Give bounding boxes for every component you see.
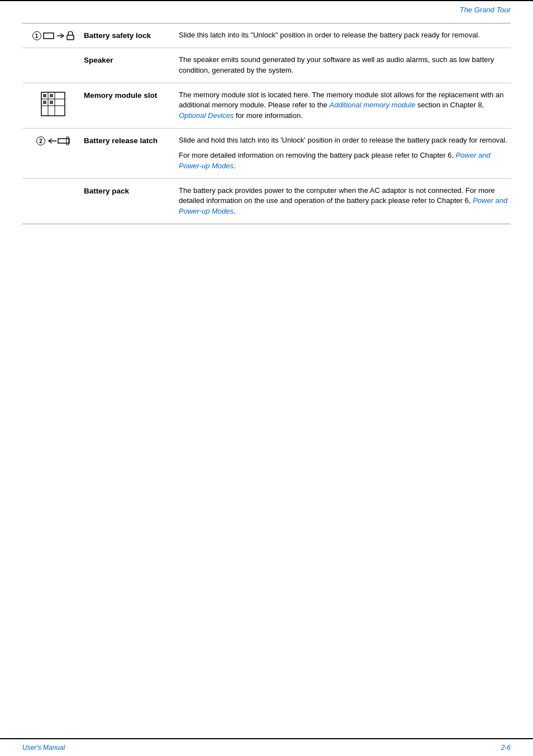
svg-rect-13: [58, 139, 69, 143]
battery-pack-icon-cell: [22, 186, 84, 187]
svg-rect-8: [43, 94, 46, 97]
battery-pack-desc: The battery pack provides power to the c…: [179, 186, 511, 218]
optional-devices-link[interactable]: Optional Devices: [179, 111, 234, 120]
battery-safety-lock-desc: Slide this latch into its "Unlock" posit…: [179, 30, 511, 41]
page-footer: User's Manual 2-6: [0, 738, 533, 756]
additional-memory-link[interactable]: Additional memory module: [330, 101, 416, 109]
memory-module-label: Memory module slot: [84, 90, 179, 100]
page-header: The Grand Tour: [0, 0, 533, 17]
speaker-icon-cell: [22, 55, 84, 56]
battery-safety-lock-icon: 1: [22, 30, 84, 40]
battery-release-icon-cell: 2: [22, 135, 84, 145]
speaker-label: Speaker: [84, 55, 179, 64]
battery-pack-label: Battery pack: [84, 186, 179, 195]
table-row: Memory module slot The memory module slo…: [22, 83, 511, 129]
speaker-desc: The speaker emits sound generated by you…: [179, 55, 511, 76]
content-table: 1 Battery safe: [22, 23, 511, 224]
svg-rect-14: [66, 137, 69, 145]
header-title: The Grand Tour: [460, 6, 511, 14]
memory-module-desc: The memory module slot is located here. …: [179, 90, 511, 122]
svg-rect-9: [50, 94, 53, 97]
footer-manual-label: User's Manual: [22, 744, 65, 752]
power-modes-link-1[interactable]: Power and Power-up Modes: [179, 151, 491, 170]
table-row: 1 Battery safe: [22, 23, 511, 48]
memory-icon-cell: [22, 90, 84, 117]
memory-module-icon: [40, 91, 66, 117]
table-row: 2 Battery release latch Slide and hold t…: [22, 129, 511, 179]
svg-rect-0: [44, 33, 54, 39]
table-row: Speaker The speaker emits sound generate…: [22, 48, 511, 83]
battery-release-desc: Slide and hold this latch into its 'Unlo…: [179, 135, 511, 172]
svg-rect-11: [50, 101, 53, 104]
footer-page-number: 2-6: [501, 744, 511, 752]
main-content: 1 Battery safe: [0, 17, 533, 235]
battery-safety-lock-label: Battery safety lock: [84, 30, 179, 40]
svg-rect-2: [67, 35, 74, 40]
power-modes-link-2[interactable]: Power and Power-up Modes: [179, 196, 507, 215]
svg-rect-10: [43, 101, 46, 104]
battery-release-label: Battery release latch: [84, 135, 179, 145]
table-row: Battery pack The battery pack provides p…: [22, 179, 511, 224]
